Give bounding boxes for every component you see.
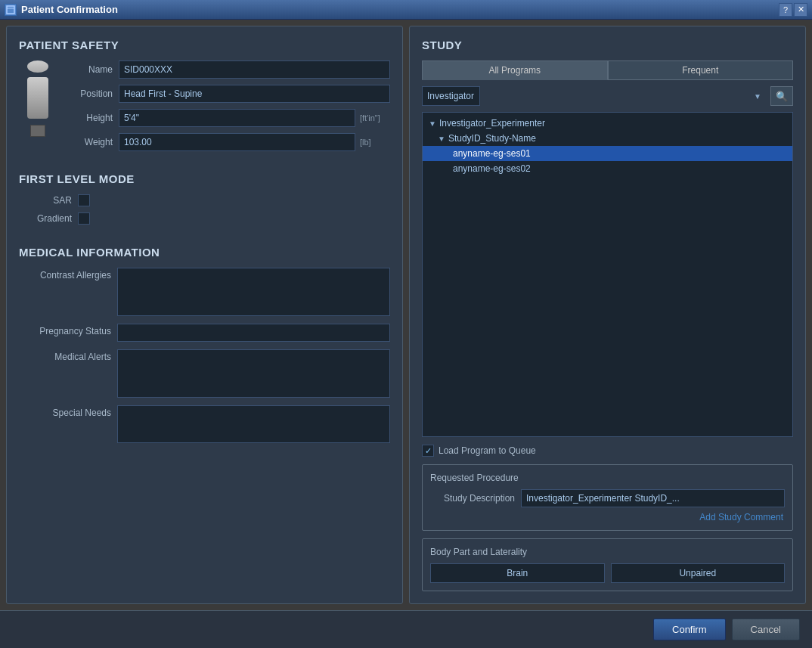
main-content: PATIENT SAFETY Name Position <box>0 20 812 610</box>
body-part-title: Body Part and Laterality <box>430 547 785 557</box>
tab-frequent[interactable]: Frequent <box>608 60 794 80</box>
tree-item-studyid[interactable]: ▼ StudyID_Study-Name <box>423 131 792 146</box>
study-tabs: All Programs Frequent <box>422 60 793 80</box>
special-needs-row: Special Needs <box>19 405 390 443</box>
load-queue-label: Load Program to Queue <box>439 445 536 456</box>
patient-safety-content: Name Position Height [ft'in"] Weight <box>19 60 390 157</box>
tree-label: anyname-eg-ses02 <box>453 163 531 174</box>
pregnancy-status-row: Pregnancy Status <box>19 324 390 342</box>
requested-procedure-title: Requested Procedure <box>430 473 785 483</box>
help-button[interactable]: ? <box>779 3 792 17</box>
study-dropdown[interactable]: Investigator <box>422 86 480 106</box>
medical-information-section: MEDICAL INFORMATION Contrast Allergies P… <box>19 246 390 451</box>
pregnancy-status-label: Pregnancy Status <box>19 324 117 336</box>
position-input[interactable] <box>119 85 390 103</box>
patient-safety-section: PATIENT SAFETY Name Position <box>19 39 390 157</box>
height-unit: [ft'in"] <box>360 113 390 122</box>
body-torso <box>27 77 48 119</box>
name-row: Name <box>66 60 390 79</box>
name-input[interactable] <box>119 60 390 79</box>
first-level-mode-section: FIRST LEVEL MODE SAR Gradient <box>19 172 390 231</box>
search-icon: 🔍 <box>776 91 788 102</box>
study-description-row: Study Description <box>430 489 785 507</box>
svg-rect-0 <box>7 6 14 14</box>
body-part-input[interactable] <box>430 563 605 583</box>
tab-all-programs[interactable]: All Programs <box>422 60 608 80</box>
contrast-allergies-row: Contrast Allergies <box>19 268 390 316</box>
first-level-mode-title: FIRST LEVEL MODE <box>19 172 390 185</box>
weight-input[interactable] <box>119 133 355 151</box>
special-needs-label: Special Needs <box>19 405 117 418</box>
bottom-bar: Confirm Cancel <box>0 610 812 648</box>
tree-arrow-icon: ▼ <box>429 119 436 128</box>
sar-row: SAR <box>19 194 390 206</box>
confirm-button[interactable]: Confirm <box>653 619 726 640</box>
cancel-button[interactable]: Cancel <box>732 619 800 640</box>
patient-icon <box>19 60 57 157</box>
search-button[interactable]: 🔍 <box>770 86 793 106</box>
gradient-checkbox[interactable] <box>78 212 90 225</box>
study-description-label: Study Description <box>430 493 521 504</box>
study-description-input[interactable] <box>521 489 785 507</box>
window-title: Patient Confirmation <box>21 4 118 15</box>
body-head <box>27 60 48 73</box>
sar-checkbox[interactable] <box>78 194 90 206</box>
sar-label: SAR <box>19 195 72 206</box>
body-part-box: Body Part and Laterality <box>422 538 793 591</box>
position-label: Position <box>66 88 119 99</box>
tree-item-ses01[interactable]: anyname-eg-ses01 <box>423 146 792 161</box>
medical-information-title: MEDICAL INFORMATION <box>19 246 390 259</box>
gradient-row: Gradient <box>19 212 390 225</box>
tree-item-ses02[interactable]: anyname-eg-ses02 <box>423 161 792 176</box>
study-dropdown-wrapper: Investigator ▼ <box>422 86 766 106</box>
contrast-allergies-input[interactable] <box>117 268 390 316</box>
load-queue-row: ✓ Load Program to Queue <box>422 445 793 457</box>
close-button[interactable]: ✕ <box>794 3 807 17</box>
tree-arrow-icon: ▼ <box>438 135 445 143</box>
laterality-input[interactable] <box>611 563 786 583</box>
medical-alerts-label: Medical Alerts <box>19 349 117 362</box>
study-search-row: Investigator ▼ 🔍 <box>422 86 793 106</box>
tree-label: StudyID_Study-Name <box>448 133 536 144</box>
medical-alerts-row: Medical Alerts <box>19 349 390 398</box>
study-title: STUDY <box>422 39 793 51</box>
tree-label: anyname-eg-ses01 <box>453 148 531 159</box>
special-needs-input[interactable] <box>117 405 390 443</box>
height-label: Height <box>66 113 119 123</box>
name-label: Name <box>66 64 119 75</box>
tree-label: Investigator_Experimenter <box>439 118 545 129</box>
gradient-label: Gradient <box>19 213 72 224</box>
dropdown-arrow-icon: ▼ <box>754 92 761 101</box>
title-bar: Patient Confirmation ? ✕ <box>0 0 812 20</box>
study-tree[interactable]: ▼ Investigator_Experimenter ▼ StudyID_St… <box>422 112 793 437</box>
height-input[interactable] <box>119 109 355 127</box>
weight-label: Weight <box>66 137 119 147</box>
weight-unit: [lb] <box>360 138 390 147</box>
pregnancy-status-input[interactable] <box>117 324 390 342</box>
form-fields: Name Position Height [ft'in"] Weight <box>66 60 390 157</box>
position-row: Position <box>66 85 390 103</box>
requested-procedure-box: Requested Procedure Study Description Ad… <box>422 464 793 531</box>
gender-icon <box>30 125 45 137</box>
height-row: Height [ft'in"] <box>66 109 390 127</box>
body-part-row <box>430 563 785 583</box>
patient-safety-title: PATIENT SAFETY <box>19 39 390 51</box>
left-panel: PATIENT SAFETY Name Position <box>6 26 403 604</box>
load-queue-checkbox[interactable]: ✓ <box>422 445 434 457</box>
tree-item-investigator-experimenter[interactable]: ▼ Investigator_Experimenter <box>423 116 792 131</box>
weight-row: Weight [lb] <box>66 133 390 151</box>
add-comment-row: Add Study Comment <box>430 512 785 522</box>
medical-alerts-input[interactable] <box>117 349 390 398</box>
contrast-allergies-label: Contrast Allergies <box>19 268 117 281</box>
right-panel: STUDY All Programs Frequent Investigator… <box>409 26 806 604</box>
add-study-comment-link[interactable]: Add Study Comment <box>699 512 785 522</box>
window-icon <box>5 4 17 16</box>
